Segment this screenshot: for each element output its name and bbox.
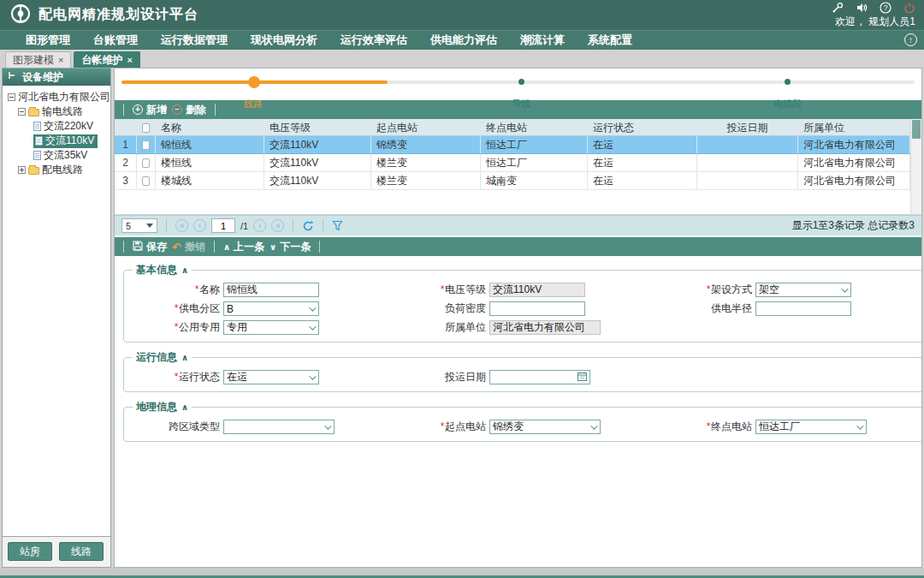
cross-region-select[interactable] — [223, 420, 335, 434]
bottom-strip — [0, 568, 924, 578]
add-button[interactable]: + 新增 — [133, 103, 167, 117]
first-page-icon[interactable]: « — [175, 219, 188, 232]
run-status-select[interactable]: 在运 — [223, 370, 319, 384]
power-icon[interactable] — [903, 2, 915, 14]
col-voltage[interactable]: 电压等级 — [264, 119, 371, 136]
table-row[interactable]: 3 楼城线 交流110kV 楼兰变 城南变 在运 河北省电力有限公司 — [115, 172, 910, 190]
required-mark: * — [706, 420, 710, 432]
toolbar-separator — [123, 104, 124, 116]
end-station-select[interactable]: 恒达工厂 — [755, 420, 867, 434]
table-row[interactable]: 2 楼恒线 交流110kV 楼兰变 恒达工厂 在运 河北省电力有限公司 — [115, 154, 910, 172]
load-density-input[interactable] — [489, 301, 585, 316]
tree-node-distribution-lines[interactable]: 配电线路 — [4, 163, 109, 177]
chevron-down-icon — [309, 372, 316, 379]
select-value: 专用 — [227, 320, 247, 335]
start-station-select[interactable]: 锦绣变 — [489, 420, 601, 434]
menu-item-ledger[interactable]: 台账管理 — [93, 33, 138, 48]
menu-item-system-config[interactable]: 系统配置 — [588, 33, 632, 48]
collapse-section-icon[interactable]: ∧ — [181, 353, 188, 362]
next-record-label: 下一条 — [280, 240, 311, 254]
sound-icon[interactable] — [856, 2, 868, 14]
next-record-button[interactable]: ∨ 下一条 — [270, 240, 311, 254]
name-input[interactable] — [223, 283, 319, 297]
cell-date — [697, 136, 798, 153]
required-mark: * — [174, 302, 178, 314]
previous-record-button[interactable]: ∧ 上一条 — [223, 240, 264, 254]
minus-toggle-icon[interactable] — [18, 108, 26, 116]
undo-button[interactable]: ↶ 撤销 — [172, 240, 205, 254]
menu-item-power-flow[interactable]: 潮流计算 — [520, 33, 565, 48]
close-icon[interactable]: × — [58, 56, 63, 65]
tab-ledger-maintenance[interactable]: 台帐维护 × — [74, 51, 139, 68]
row-checkbox[interactable] — [142, 158, 150, 168]
calendar-icon[interactable] — [578, 372, 587, 384]
app-window: 配电网精准规划设计平台 ? 欢迎， 规划人员1 图形管理 台账管理 运行数据管理… — [0, 0, 924, 578]
col-commission-date[interactable]: 投运日期 — [697, 119, 798, 136]
col-start-station[interactable]: 起点电站 — [371, 119, 481, 136]
page-size-select[interactable]: 5 — [121, 218, 157, 233]
wrench-icon[interactable] — [832, 2, 844, 14]
tree-node-transmission-lines[interactable]: 输电线路 — [4, 104, 109, 119]
folder-icon — [28, 167, 39, 175]
prev-page-icon[interactable]: ‹ — [193, 219, 206, 232]
close-icon[interactable]: × — [127, 56, 132, 65]
delete-button[interactable]: − 删除 — [172, 103, 206, 117]
collapse-up-icon[interactable]: ↑ — [904, 33, 917, 46]
tree-node-company[interactable]: 河北省电力有限公司 — [4, 90, 109, 104]
field-label: *电压等级 — [394, 283, 489, 297]
form-toolbar: 保存 ↶ 撤销 ∧ 上一条 ∨ 下一条 — [115, 237, 921, 256]
menu-item-efficiency[interactable]: 运行效率评估 — [341, 33, 407, 48]
next-page-icon[interactable]: › — [253, 219, 266, 232]
power-zone-select[interactable]: B — [223, 301, 319, 316]
row-checkbox[interactable] — [142, 140, 150, 150]
station-button[interactable]: 站房 — [8, 542, 52, 561]
save-button[interactable]: 保存 — [133, 240, 167, 254]
line-button[interactable]: 线路 — [59, 542, 104, 561]
col-status[interactable]: 运行状态 — [588, 119, 697, 136]
erection-select[interactable]: 架空 — [755, 283, 851, 297]
col-unit[interactable]: 所属单位 — [798, 119, 910, 136]
tree-node-ac35kv[interactable]: 交流35kV — [4, 148, 109, 163]
last-page-icon[interactable]: » — [271, 219, 284, 232]
header-checkbox-cell — [137, 119, 156, 136]
tree-node-ac220kv[interactable]: 交流220kV — [4, 119, 109, 134]
menu-item-supply-capacity[interactable]: 供电能力评估 — [430, 33, 497, 48]
step-dot-cable-segment[interactable] — [785, 79, 791, 85]
detail-form: 基本信息 ∧ *名称 *电压等级 交流110kV *架设方式 — [115, 256, 921, 567]
scrollbar-thumb[interactable] — [912, 120, 921, 139]
step-label-line[interactable]: 线路 — [244, 98, 263, 110]
plus-toggle-icon[interactable] — [18, 166, 26, 174]
public-private-select[interactable]: 专用 — [223, 320, 319, 335]
collapse-section-icon[interactable]: ∧ — [181, 265, 188, 275]
commission-date-input[interactable] — [489, 370, 590, 384]
select-value: B — [227, 303, 234, 315]
tree-node-ac110kv-selected[interactable]: 交流110kV — [4, 134, 109, 148]
table-row[interactable]: 1 锦恒线 交流110kV 锦绣变 恒达工厂 在运 河北省电力有限公司 — [115, 136, 910, 154]
collapse-section-icon[interactable]: ∧ — [181, 402, 188, 412]
col-end-station[interactable]: 终点电站 — [481, 119, 588, 136]
minus-toggle-icon[interactable] — [8, 93, 15, 101]
step-dot-conductor[interactable] — [518, 79, 524, 85]
row-checkbox[interactable] — [142, 176, 150, 186]
sidebar-title: 设备维护 — [22, 70, 63, 85]
step-dot-line[interactable] — [248, 76, 260, 88]
help-icon[interactable]: ? — [880, 2, 891, 14]
form-row: *名称 *电压等级 交流110kV *架设方式 架空 — [127, 283, 921, 297]
tab-graphic-modeling[interactable]: 图形建模 × — [5, 51, 71, 68]
tree-node-label: 输电线路 — [42, 104, 83, 119]
total-pages-label: /1 — [240, 221, 248, 231]
col-name[interactable]: 名称 — [156, 119, 264, 136]
filter-icon[interactable] — [332, 220, 343, 231]
select-all-checkbox[interactable] — [142, 123, 150, 133]
refresh-icon[interactable] — [302, 220, 314, 232]
page-number-input[interactable] — [211, 218, 235, 233]
section-geo-info: 地理信息 ∧ 跨区域类型 *起点电站 锦绣变 *终点电站 — [123, 400, 921, 442]
vertical-scrollbar[interactable] — [910, 119, 921, 214]
step-label-conductor[interactable]: 导线 — [512, 98, 530, 110]
row-number: 1 — [115, 136, 137, 153]
supply-radius-input[interactable] — [755, 301, 851, 316]
menu-item-grid-analysis[interactable]: 现状电网分析 — [251, 33, 317, 48]
step-label-cable-segment[interactable]: 电缆段 — [773, 98, 802, 110]
menu-item-operation-data[interactable]: 运行数据管理 — [161, 33, 228, 48]
menu-item-graphics[interactable]: 图形管理 — [26, 33, 70, 48]
